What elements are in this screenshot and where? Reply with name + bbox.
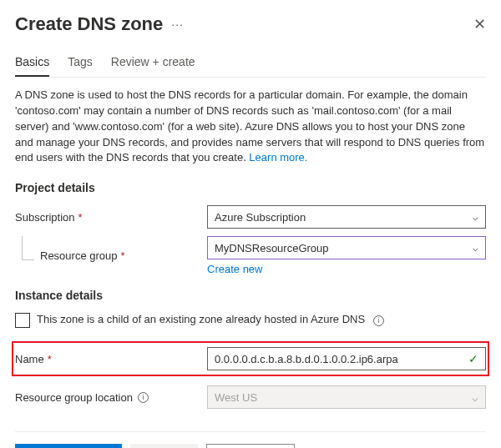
subscription-select[interactable]: Azure Subscription ⌵ (207, 205, 486, 229)
description-text: A DNS zone is used to host the DNS recor… (15, 88, 486, 166)
chevron-down-icon: ⌵ (472, 391, 478, 404)
chevron-down-icon: ⌵ (473, 212, 478, 223)
chevron-down-icon: ⌵ (473, 243, 478, 254)
close-icon[interactable]: ✕ (473, 15, 486, 33)
footer-bar: Review + create Previous Next : Tags > D… (15, 431, 486, 448)
checkmark-icon: ✓ (468, 352, 478, 365)
project-details-heading: Project details (15, 181, 486, 194)
name-highlight: Name* 0.0.0.0.d.c.b.a.8.b.d.0.1.0.0.2.ip… (12, 341, 489, 376)
more-icon[interactable]: ··· (171, 18, 184, 31)
tab-review[interactable]: Review + create (111, 55, 195, 77)
resource-group-select[interactable]: MyDNSResourceGroup ⌵ (207, 236, 486, 259)
subscription-label: Subscription* (15, 211, 207, 224)
tab-tags[interactable]: Tags (68, 55, 93, 77)
location-select: West US ⌵ (207, 385, 486, 409)
info-icon[interactable]: i (373, 315, 384, 326)
page-title: Create DNS zone (15, 13, 163, 35)
resource-group-label: Resource group* (15, 249, 207, 262)
name-input[interactable]: 0.0.0.0.d.c.b.a.8.b.d.0.1.0.0.2.ip6.arpa… (207, 347, 486, 370)
previous-button: Previous (130, 444, 198, 448)
tab-basics[interactable]: Basics (15, 55, 49, 77)
create-new-link[interactable]: Create new (207, 263, 262, 275)
next-button[interactable]: Next : Tags > (206, 444, 295, 448)
child-zone-checkbox[interactable] (15, 313, 30, 328)
name-label: Name* (15, 353, 207, 365)
learn-more-link[interactable]: Learn more. (249, 151, 307, 164)
child-zone-label: This zone is a child of an existing zone… (37, 312, 384, 327)
instance-details-heading: Instance details (15, 289, 486, 302)
location-label: Resource group location i (15, 391, 207, 404)
review-create-button[interactable]: Review + create (15, 444, 122, 448)
info-icon[interactable]: i (138, 392, 149, 403)
tab-bar: Basics Tags Review + create (15, 55, 486, 78)
